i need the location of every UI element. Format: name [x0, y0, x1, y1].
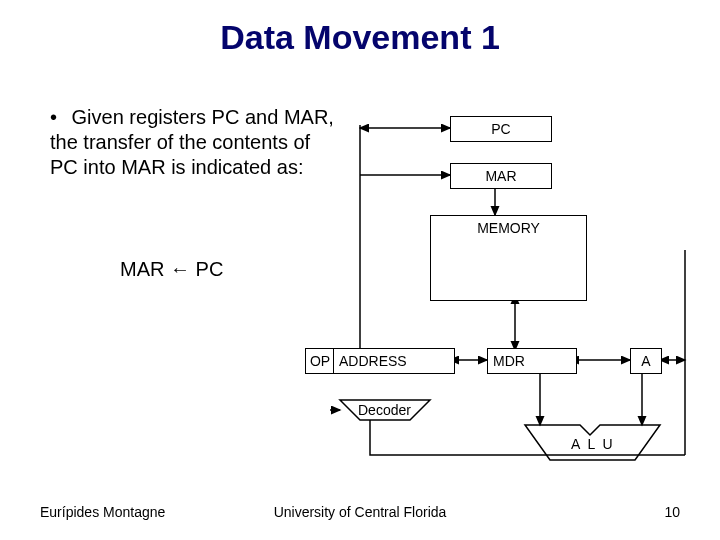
bullet-text: • Given registers PC and MAR, the transf…: [50, 105, 340, 180]
rtl-expression: MAR ← PC: [120, 258, 223, 281]
rtl-src: PC: [196, 258, 224, 280]
slide-title: Data Movement 1: [0, 18, 720, 57]
mar-register: MAR: [450, 163, 552, 189]
decoder-label: Decoder: [358, 402, 411, 418]
address-field: ADDRESS: [333, 348, 455, 374]
a-register: A: [630, 348, 662, 374]
alu-label: A L U: [571, 436, 615, 452]
cpu-diagram: PC MAR MEMORY OP ADDRESS MDR A Decoder A…: [330, 100, 700, 480]
left-arrow-icon: ←: [170, 258, 190, 280]
op-field: OP: [305, 348, 335, 374]
pc-register: PC: [450, 116, 552, 142]
mdr-register: MDR: [487, 348, 577, 374]
memory-block: MEMORY: [430, 215, 587, 301]
bullet-marker: •: [50, 105, 66, 130]
bullet-content: Given registers PC and MAR, the transfer…: [50, 106, 334, 178]
footer-affiliation: University of Central Florida: [0, 504, 720, 520]
rtl-dest: MAR: [120, 258, 164, 280]
page-number: 10: [664, 504, 680, 520]
